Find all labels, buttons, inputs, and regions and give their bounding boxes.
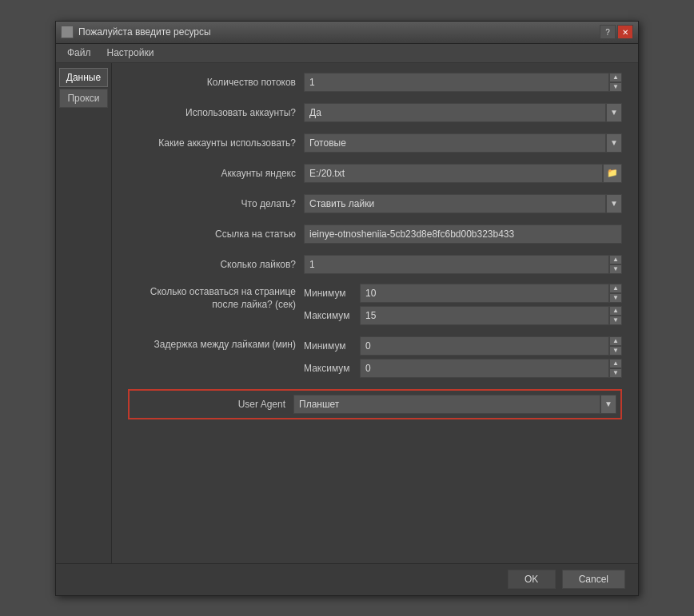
main-panel: Количество потоков ▲ ▼ Использовать акка… <box>112 63 638 563</box>
control-threads: ▲ ▼ <box>304 73 622 92</box>
control-article-link <box>304 225 622 244</box>
use-accounts-arrow[interactable]: ▼ <box>606 103 622 122</box>
action-arrow[interactable]: ▼ <box>606 194 622 213</box>
delay-max-input[interactable] <box>360 359 609 378</box>
label-user-agent: User Agent <box>134 399 293 410</box>
spinner-time-max: ▲ ▼ <box>360 306 622 325</box>
label-time-on-page: Сколько оставаться на странице после лай… <box>128 284 304 312</box>
delay-max-up[interactable]: ▲ <box>609 359 622 368</box>
dropdown-which-accounts: ▼ <box>304 133 622 153</box>
dropdown-user-agent: ▼ <box>293 395 616 414</box>
time-min-btns: ▲ ▼ <box>609 284 622 303</box>
time-min-down[interactable]: ▼ <box>609 293 622 303</box>
spinner-delay-max: ▲ ▼ <box>360 359 622 378</box>
control-likes-count: ▲ ▼ <box>304 255 622 274</box>
delay-min-label: Минимум <box>304 340 360 352</box>
label-yandex-accounts: Аккаунты яндекс <box>128 168 304 179</box>
app-icon <box>61 26 74 38</box>
time-max-input[interactable] <box>360 306 609 325</box>
label-threads: Количество потоков <box>128 77 304 88</box>
delay-min-row: Минимум ▲ ▼ <box>304 336 622 356</box>
dropdown-action: ▼ <box>304 194 622 213</box>
likes-down[interactable]: ▼ <box>609 264 622 274</box>
content-area: Данные Прокси Количество потоков ▲ ▼ <box>56 63 638 563</box>
article-link-input[interactable] <box>304 225 622 244</box>
title-bar: Пожалуйста введите ресурсы ? ✕ <box>56 22 638 44</box>
sidebar-tab-proxy[interactable]: Прокси <box>59 89 108 108</box>
delay-max-label: Максимум <box>304 363 360 374</box>
row-delay: Задержка между лайками (мин) Минимум ▲ ▼ <box>128 336 622 381</box>
delay-max-btns: ▲ ▼ <box>609 359 622 378</box>
threads-spinner-btns: ▲ ▼ <box>609 73 622 92</box>
user-agent-arrow[interactable]: ▼ <box>600 395 616 414</box>
menu-bar: Файл Настройки <box>56 44 638 63</box>
control-delay: Минимум ▲ ▼ Максимум <box>304 336 622 381</box>
dropdown-use-accounts: ▼ <box>304 103 622 122</box>
delay-max-row: Максимум ▲ ▼ <box>304 359 622 378</box>
cancel-button[interactable]: Cancel <box>562 570 625 589</box>
main-window: Пожалуйста введите ресурсы ? ✕ Файл Наст… <box>55 21 639 596</box>
title-bar-left: Пожалуйста введите ресурсы <box>61 26 211 38</box>
likes-up[interactable]: ▲ <box>609 255 622 264</box>
time-max-label: Максимум <box>304 310 360 321</box>
spinner-likes: ▲ ▼ <box>304 255 622 274</box>
sidebar: Данные Прокси <box>56 63 112 563</box>
file-yandex: 📁 <box>304 164 622 183</box>
menu-settings[interactable]: Настройки <box>99 46 162 60</box>
menu-file[interactable]: Файл <box>59 46 99 60</box>
label-use-accounts: Использовать аккаунты? <box>128 107 304 118</box>
time-min-up[interactable]: ▲ <box>609 284 622 293</box>
empty-space <box>128 427 622 563</box>
label-delay: Задержка между лайками (мин) <box>128 336 304 352</box>
window-title: Пожалуйста введите ресурсы <box>78 26 211 38</box>
time-max-btns: ▲ ▼ <box>609 306 622 325</box>
bottom-bar: OK Cancel <box>56 563 638 595</box>
delay-min-btns: ▲ ▼ <box>609 336 622 356</box>
control-time-on-page: Минимум ▲ ▼ Максимум <box>304 284 622 328</box>
time-min-input[interactable] <box>360 284 609 303</box>
control-yandex-accounts: 📁 <box>304 164 622 183</box>
control-use-accounts: ▼ <box>304 103 622 122</box>
row-article-link: Ссылка на статью <box>128 223 622 245</box>
threads-input[interactable] <box>304 73 609 92</box>
action-input[interactable] <box>304 194 606 213</box>
close-button[interactable]: ✕ <box>617 25 633 39</box>
delay-max-down[interactable]: ▼ <box>609 368 622 378</box>
threads-up[interactable]: ▲ <box>609 73 622 82</box>
label-action: Что делать? <box>128 198 304 209</box>
yandex-accounts-input[interactable] <box>304 164 603 183</box>
time-min-label: Минимум <box>304 288 360 299</box>
time-max-down[interactable]: ▼ <box>609 316 622 325</box>
control-which-accounts: ▼ <box>304 133 622 153</box>
delay-min-up[interactable]: ▲ <box>609 336 622 346</box>
ok-button[interactable]: OK <box>508 570 556 589</box>
time-max-up[interactable]: ▲ <box>609 306 622 316</box>
row-which-accounts: Какие аккаунты использовать? ▼ <box>128 132 622 154</box>
delay-min-down[interactable]: ▼ <box>609 346 622 356</box>
yandex-file-button[interactable]: 📁 <box>603 164 622 183</box>
likes-count-input[interactable] <box>304 255 609 274</box>
title-bar-buttons: ? ✕ <box>600 25 633 39</box>
label-likes-count: Сколько лайков? <box>128 259 304 270</box>
which-accounts-arrow[interactable]: ▼ <box>606 133 622 153</box>
row-yandex-accounts: Аккаунты яндекс 📁 <box>128 162 622 185</box>
row-likes-count: Сколько лайков? ▲ ▼ <box>128 253 622 276</box>
which-accounts-input[interactable] <box>304 133 606 153</box>
likes-spinner-btns: ▲ ▼ <box>609 255 622 274</box>
label-which-accounts: Какие аккаунты использовать? <box>128 137 304 149</box>
use-accounts-input[interactable] <box>304 103 606 122</box>
row-use-accounts: Использовать аккаунты? ▼ <box>128 101 622 124</box>
row-user-agent: User Agent ▼ <box>128 389 622 419</box>
row-action: Что делать? ▼ <box>128 193 622 215</box>
delay-min-input[interactable] <box>360 336 609 356</box>
spinner-threads: ▲ ▼ <box>304 73 622 92</box>
time-max-row: Максимум ▲ ▼ <box>304 306 622 325</box>
help-button[interactable]: ? <box>600 25 616 39</box>
spinner-delay-min: ▲ ▼ <box>360 336 622 356</box>
label-article-link: Ссылка на статью <box>128 229 304 240</box>
threads-down[interactable]: ▼ <box>609 82 622 92</box>
control-action: ▼ <box>304 194 622 213</box>
row-threads: Количество потоков ▲ ▼ <box>128 71 622 93</box>
user-agent-input[interactable] <box>293 395 600 414</box>
sidebar-tab-data[interactable]: Данные <box>59 68 108 87</box>
